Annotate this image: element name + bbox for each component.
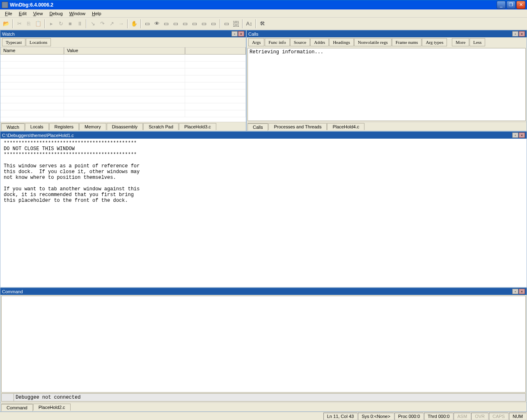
command-input[interactable]: Debuggee not connected (14, 393, 526, 402)
step-over-icon: ↷ (98, 19, 107, 28)
watch-panel-header: Watch ▫ × (0, 30, 246, 37)
typecast-button[interactable]: Typecast (2, 38, 25, 46)
source-panel-header: C:\Debuggers\themes\PlaceHold1.c ▫ × (0, 132, 527, 139)
app-icon (2, 2, 8, 8)
addrs-button[interactable]: Addrs (310, 38, 329, 46)
paste-icon: 📋 (34, 19, 43, 28)
stop-icon: ■ (66, 19, 75, 28)
table-row[interactable] (0, 68, 246, 75)
menu-edit[interactable]: Edit (16, 10, 30, 17)
source-text[interactable]: ****************************************… (0, 139, 527, 287)
tab-command[interactable]: Command (1, 404, 33, 411)
open-icon[interactable]: 📂 (2, 19, 11, 28)
tab-memory[interactable]: Memory (79, 123, 106, 130)
table-row[interactable] (0, 103, 246, 110)
calls-panel-title: Calls (248, 32, 512, 37)
watch-grid[interactable]: Name Value (0, 47, 246, 122)
calls-output[interactable]: Retrieving information... (247, 48, 526, 121)
watch-panel-title: Watch (2, 32, 231, 37)
table-row[interactable] (0, 89, 246, 96)
tab-placehold2[interactable]: PlaceHold2.c (33, 404, 71, 411)
table-row[interactable] (0, 110, 246, 117)
status-lncol: Ln 11, Col 43 (323, 413, 357, 420)
watch-panel: Watch ▫ × Typecast Locations Name Value (0, 30, 246, 131)
menu-file[interactable]: File (2, 10, 16, 17)
menu-debug[interactable]: Debug (46, 10, 66, 17)
command-dock-icon[interactable]: ▫ (512, 289, 518, 294)
calls-window-icon[interactable]: ▭ (190, 19, 199, 28)
command-panel-title: Command (2, 289, 512, 294)
breakpoint-icon[interactable]: ✋ (130, 19, 139, 28)
tab-placehold3[interactable]: PlaceHold3.c (179, 123, 216, 130)
command-prompt (1, 393, 14, 402)
toolbar: 📂 ✂ ⎘ 📋 ▸ ↻ ■ ⏸ ↘ ↷ ↗ → ✋ ▭ 👁 ▭ ▭ ▭ ▭ ▭ … (0, 18, 527, 30)
tab-watch[interactable]: Watch (1, 123, 25, 131)
table-row[interactable] (0, 82, 246, 89)
disasm-window-icon[interactable]: ▭ (199, 19, 209, 28)
tab-calls[interactable]: Calls (247, 123, 268, 131)
watch-col-extra[interactable] (185, 47, 246, 55)
table-row[interactable] (0, 55, 246, 62)
nonvolatile-button[interactable]: Nonvolatile regs (354, 38, 392, 46)
source-mode-icon[interactable]: ▭ (222, 19, 231, 28)
watch-col-name[interactable]: Name (0, 47, 64, 55)
close-button[interactable]: ✕ (516, 1, 525, 9)
source-button[interactable]: Source (290, 38, 310, 46)
source-dock-icon[interactable]: ▫ (512, 132, 518, 138)
watch-col-value[interactable]: Value (64, 47, 185, 55)
font-icon[interactable]: A↕ (245, 19, 254, 28)
options-icon[interactable]: 🛠 (258, 19, 267, 28)
args-button[interactable]: Args (248, 38, 264, 46)
copy-icon: ⎘ (24, 19, 33, 28)
minimize-button[interactable]: _ (497, 1, 506, 9)
menu-window[interactable]: Window (66, 10, 89, 17)
scratch-window-icon[interactable]: ▭ (209, 19, 218, 28)
locals-window-icon[interactable]: ▭ (162, 19, 171, 28)
memory-window-icon[interactable]: ▭ (181, 19, 190, 28)
watch-window-icon[interactable]: 👁 (152, 19, 161, 28)
source-panel: C:\Debuggers\themes\PlaceHold1.c ▫ × ***… (0, 131, 527, 288)
locations-button[interactable]: Locations (26, 38, 51, 46)
watch-close-icon[interactable]: × (238, 31, 244, 37)
headings-button[interactable]: Headings (329, 38, 354, 46)
maximize-button[interactable]: ❐ (506, 1, 516, 9)
table-row[interactable] (0, 75, 246, 82)
command-window-icon[interactable]: ▭ (143, 19, 152, 28)
go-icon: ▸ (47, 19, 56, 28)
framenums-button[interactable]: Frame nums (392, 38, 422, 46)
more-button[interactable]: More (452, 38, 469, 46)
tab-processes-threads[interactable]: Processes and Threads (268, 123, 327, 130)
calls-panel-header: Calls ▫ × (247, 30, 527, 37)
tab-scratch-pad[interactable]: Scratch Pad (143, 123, 179, 130)
tab-disassembly[interactable]: Disassembly (107, 123, 143, 130)
statusbar: Ln 11, Col 43 Sys 0:<None> Proc 000:0 Th… (0, 412, 527, 420)
command-panel: Command ▫ × Debuggee not connected Comma… (0, 288, 527, 412)
argtypes-button[interactable]: Arg types (422, 38, 447, 46)
table-row[interactable] (0, 62, 246, 68)
command-close-icon[interactable]: × (519, 289, 525, 294)
source-panel-title: C:\Debuggers\themes\PlaceHold1.c (2, 133, 512, 138)
registers-window-icon[interactable]: ▭ (171, 19, 180, 28)
less-button[interactable]: Less (470, 38, 485, 46)
watch-dock-icon[interactable]: ▫ (231, 31, 238, 37)
funcinfo-button[interactable]: Func info (265, 38, 289, 46)
command-output[interactable] (1, 296, 526, 393)
status-proc: Proc 000:0 (394, 413, 424, 420)
source-close-icon[interactable]: × (519, 132, 525, 138)
calls-dock-icon[interactable]: ▫ (512, 31, 518, 37)
status-thrd: Thrd 000:0 (424, 413, 453, 420)
tab-placehold4[interactable]: PlaceHold4.c (327, 123, 364, 130)
step-into-icon: ↘ (88, 19, 97, 28)
menubar: File Edit View Debug Window Help (0, 9, 527, 18)
tab-registers[interactable]: Registers (49, 123, 79, 130)
status-sys: Sys 0:<None> (358, 413, 394, 420)
menu-view[interactable]: View (30, 10, 46, 17)
table-row[interactable] (0, 96, 246, 103)
command-panel-header: Command ▫ × (0, 288, 527, 295)
binary-icon[interactable]: 101101 (231, 19, 241, 28)
tab-locals[interactable]: Locals (25, 123, 49, 130)
window-title: WinDbg:6.4.0006.2 (10, 2, 497, 8)
status-asm: ASM (454, 413, 471, 420)
calls-close-icon[interactable]: × (519, 31, 525, 37)
menu-help[interactable]: Help (89, 10, 105, 17)
